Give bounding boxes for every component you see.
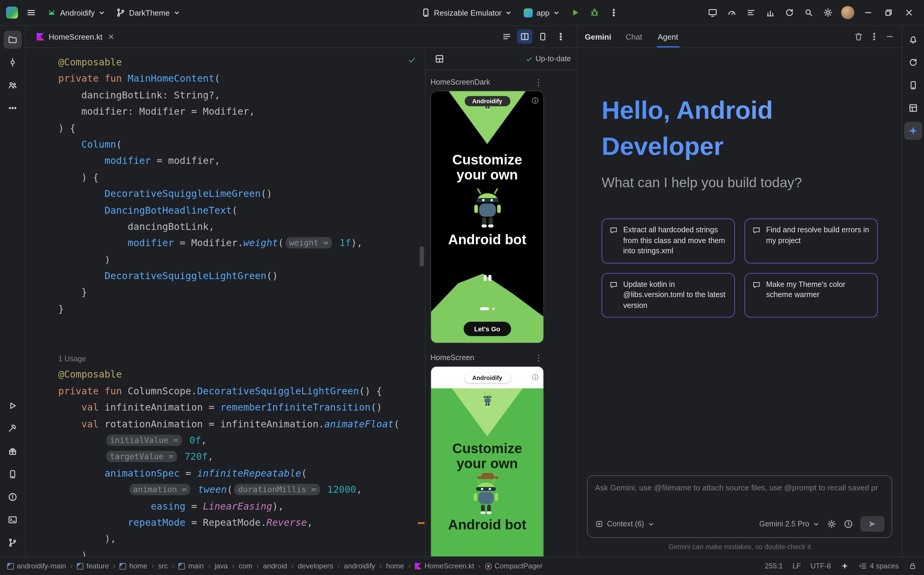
breadcrumb-item[interactable]: HomeScreen.kt bbox=[415, 562, 474, 570]
run-tool-button[interactable] bbox=[3, 397, 22, 415]
inspections-ok-icon[interactable] bbox=[407, 55, 417, 65]
line-separator[interactable]: LF bbox=[792, 562, 801, 570]
terminal-icon bbox=[8, 515, 17, 524]
right-tool-rail bbox=[902, 26, 924, 556]
model-selector[interactable]: Gemini 2.5 Pro bbox=[759, 520, 819, 528]
breadcrumb-item[interactable]: src bbox=[158, 562, 168, 570]
preview-homescreen-dark[interactable]: Androidify ⓘ Customize your own Android … bbox=[431, 91, 544, 343]
gemini-suggestion-card[interactable]: Find and resolve build errors in my proj… bbox=[744, 219, 878, 264]
emulator-device-icon bbox=[421, 8, 431, 17]
breadcrumb-item[interactable]: androidify-main bbox=[7, 562, 66, 570]
preview-homescreen-light[interactable]: Androidify ⓘ Customize your own Android … bbox=[431, 366, 544, 556]
editor-mode-split-button[interactable] bbox=[517, 29, 533, 44]
gemini-prompt-placeholder: Ask Gemini, use @filename to attach sour… bbox=[595, 483, 884, 516]
logcat-button[interactable] bbox=[743, 4, 760, 21]
gemini-settings-icon[interactable] bbox=[827, 519, 837, 529]
breadcrumb-item[interactable]: home bbox=[120, 562, 147, 570]
breadcrumb-item[interactable]: android bbox=[263, 562, 287, 570]
user-avatar[interactable] bbox=[841, 6, 854, 19]
breadcrumb-item[interactable]: java bbox=[215, 562, 228, 570]
version-control-tool-button[interactable] bbox=[3, 534, 22, 551]
breadcrumb-item[interactable]: feature bbox=[77, 562, 109, 570]
editor-scrollbar[interactable] bbox=[420, 246, 424, 267]
layout-inspector-tool-button[interactable] bbox=[904, 99, 922, 117]
file-encoding[interactable]: UTF-8 bbox=[811, 562, 831, 570]
minimize-window-button[interactable] bbox=[859, 4, 877, 21]
notifications-tool-button[interactable] bbox=[904, 30, 922, 49]
more-run-actions-button[interactable] bbox=[605, 4, 622, 21]
toolbar-right-actions bbox=[704, 4, 918, 21]
code-line: private fun MainHomeContent( bbox=[58, 70, 425, 87]
app-insights-button[interactable] bbox=[762, 4, 779, 21]
restore-window-button[interactable] bbox=[879, 4, 898, 21]
gemini-suggestions: Extract all hardcoded strings from this … bbox=[601, 219, 878, 318]
android-bot-hat-image bbox=[468, 472, 507, 516]
breadcrumb-item[interactable]: home bbox=[386, 562, 404, 570]
debug-button[interactable] bbox=[586, 4, 603, 21]
ai-status-item[interactable] bbox=[841, 562, 849, 570]
hide-panel-icon[interactable] bbox=[885, 32, 895, 41]
send-button[interactable] bbox=[860, 516, 884, 532]
gemini-suggestion-card[interactable]: Update kotlin in @libs.version.toml to t… bbox=[601, 273, 735, 318]
trash-icon[interactable] bbox=[854, 32, 864, 41]
history-icon[interactable] bbox=[844, 519, 853, 529]
tab-chat[interactable]: Chat bbox=[624, 26, 643, 48]
settings-button[interactable] bbox=[819, 4, 837, 21]
editor-options-button[interactable] bbox=[553, 29, 569, 44]
indent-setting[interactable]: 4 spaces bbox=[859, 562, 899, 570]
preview-options-icon[interactable]: ⋮ bbox=[534, 78, 543, 87]
code-line: } bbox=[58, 284, 425, 301]
breadcrumb-item[interactable]: main bbox=[179, 562, 204, 570]
terminal-tool-button[interactable] bbox=[3, 511, 22, 529]
close-window-button[interactable] bbox=[900, 4, 918, 21]
code-editor[interactable]: @Composableprivate fun MainHomeContent( … bbox=[26, 48, 425, 556]
gemini-suggestion-card[interactable]: Extract all hardcoded strings from this … bbox=[601, 219, 735, 264]
tab-close-icon[interactable]: ✕ bbox=[108, 32, 115, 41]
editor-tab-homescreen[interactable]: HomeScreen.kt ✕ bbox=[30, 26, 120, 48]
info-icon: ⓘ bbox=[532, 96, 539, 105]
main-menu-button[interactable] bbox=[22, 5, 41, 21]
breadcrumb-item[interactable]: com bbox=[239, 562, 252, 570]
device-selector[interactable]: Resizable Emulator bbox=[416, 5, 517, 21]
breadcrumb-item[interactable]: androidify bbox=[344, 562, 375, 570]
preview-layout-button[interactable] bbox=[432, 52, 447, 66]
monitor-icon bbox=[708, 8, 717, 17]
preview-options-icon[interactable]: ⋮ bbox=[534, 353, 543, 362]
build-tool-button[interactable] bbox=[3, 419, 22, 438]
releases-tool-button[interactable] bbox=[3, 442, 22, 461]
pull-requests-tool-button[interactable] bbox=[3, 76, 22, 94]
search-everywhere-button[interactable] bbox=[800, 4, 817, 21]
run-config-selector[interactable]: app bbox=[519, 5, 565, 20]
gradle-tool-button[interactable] bbox=[904, 53, 922, 71]
gemini-suggestion-card[interactable]: Make my Theme's color scheme warmer bbox=[744, 273, 878, 318]
kebab-icon[interactable] bbox=[869, 32, 879, 41]
gemini-tool-button[interactable] bbox=[904, 122, 922, 140]
editor-mode-design-button[interactable] bbox=[535, 29, 550, 44]
preview-headline: Customize your own bbox=[442, 441, 532, 472]
tab-label: HomeScreen.kt bbox=[49, 32, 102, 41]
run-button[interactable] bbox=[567, 4, 584, 21]
chevron-down-icon bbox=[813, 521, 819, 527]
project-tool-button[interactable] bbox=[3, 30, 22, 49]
file-lock-status[interactable] bbox=[908, 562, 917, 570]
running-devices-button[interactable] bbox=[704, 4, 721, 21]
breadcrumb-item[interactable]: CompactPager bbox=[485, 562, 542, 570]
context-chip[interactable]: Context (6) bbox=[595, 520, 654, 528]
lets-go-button[interactable]: Let's Go bbox=[463, 322, 511, 336]
device-manager-tool-button[interactable] bbox=[3, 465, 22, 483]
commit-tool-button[interactable] bbox=[3, 53, 22, 71]
gemini-panel: Gemini Chat Agent Hello, Android Develop… bbox=[577, 26, 902, 556]
breadcrumb-item[interactable]: developers bbox=[298, 562, 333, 570]
editor-mode-code-button[interactable] bbox=[499, 29, 515, 44]
problems-tool-button[interactable] bbox=[3, 488, 22, 506]
gemini-prompt-box[interactable]: Ask Gemini, use @filename to attach sour… bbox=[587, 475, 892, 538]
caret-position[interactable]: 255:1 bbox=[765, 562, 783, 570]
vcs-branch-selector[interactable]: DarkTheme bbox=[111, 5, 185, 21]
project-selector[interactable]: Androidify bbox=[42, 5, 110, 21]
tab-agent[interactable]: Agent bbox=[657, 26, 679, 48]
profiler-button[interactable] bbox=[724, 4, 740, 21]
device-manager-tool-button[interactable] bbox=[904, 76, 922, 94]
more-tools-button[interactable] bbox=[3, 99, 22, 117]
sync-project-button[interactable] bbox=[781, 4, 798, 21]
layers-icon bbox=[908, 103, 918, 113]
